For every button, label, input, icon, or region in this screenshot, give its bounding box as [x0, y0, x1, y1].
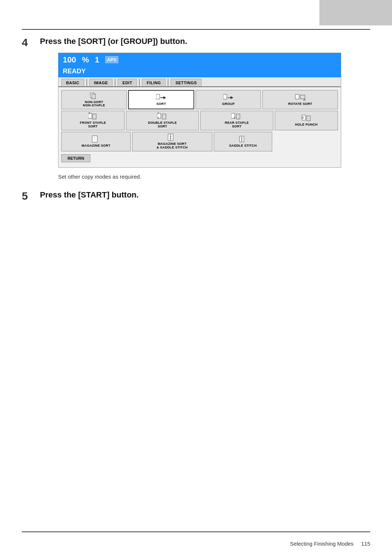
- double-staple-icon: [157, 113, 168, 121]
- btn-rotate-sort-label: ROTATE SORT: [288, 102, 312, 106]
- svg-rect-14: [157, 113, 161, 118]
- btn-sort-label: SORT: [156, 102, 166, 106]
- btn-magazine-saddle[interactable]: MAGAZINE SORT& SADDLE STITCH: [132, 132, 212, 151]
- tab-filing[interactable]: FILING: [142, 79, 166, 86]
- btn-hole-punch[interactable]: HOLE PUNCH: [275, 111, 338, 130]
- svg-rect-20: [236, 114, 240, 119]
- status-aps: APS: [105, 56, 119, 63]
- btn-row3-spacer: [274, 132, 338, 151]
- footer-text: Selecting Finishing Modes: [290, 541, 354, 547]
- status-ready-bar: READY: [58, 67, 341, 77]
- svg-rect-5: [223, 94, 227, 99]
- tab-settings[interactable]: SETTINGS: [171, 79, 201, 86]
- step-5-number: 5: [22, 191, 40, 201]
- magazine-sort-icon: [92, 135, 101, 143]
- footer-page: 115: [361, 541, 370, 547]
- main-content: 4 Press the [SORT] (or [GROUP]) button. …: [22, 36, 370, 201]
- step-4: 4 Press the [SORT] (or [GROUP]) button. …: [22, 36, 370, 180]
- btn-rear-staple-label: REAR STAPLESORT: [225, 121, 249, 129]
- tab-sep-3: [139, 79, 140, 86]
- group-icon: [223, 94, 233, 102]
- tab-sep-4: [168, 79, 168, 86]
- button-row-2: FRONT STAPLESORT: [61, 111, 338, 130]
- rotate-sort-icon: ↺: [295, 94, 305, 102]
- tab-edit[interactable]: EDIT: [118, 79, 137, 86]
- top-rule: [22, 29, 370, 30]
- status-percent: 100: [63, 55, 76, 65]
- return-button[interactable]: RETURN: [61, 154, 90, 162]
- btn-magazine-saddle-label: MAGAZINE SORT& SADDLE STITCH: [157, 142, 188, 150]
- button-area: NON-SORTNON-STAPLE SORT: [58, 87, 341, 167]
- magazine-saddle-icon: [168, 134, 176, 142]
- svg-rect-23: [307, 116, 310, 121]
- tab-basic[interactable]: BASIC: [61, 79, 84, 86]
- saddle-stitch-icon: [239, 135, 246, 143]
- svg-rect-13: [93, 114, 96, 119]
- svg-rect-16: [158, 117, 159, 118]
- svg-rect-15: [158, 113, 159, 114]
- svg-marker-4: [163, 96, 166, 99]
- btn-non-sort[interactable]: NON-SORTNON-STAPLE: [61, 90, 127, 110]
- btn-magazine-sort-label: MAGAZINE SORT: [82, 144, 110, 148]
- btn-hole-punch-label: HOLE PUNCH: [295, 123, 318, 127]
- button-row-1: NON-SORTNON-STAPLE SORT: [61, 90, 338, 110]
- svg-rect-11: [88, 113, 92, 118]
- btn-double-staple[interactable]: DOUBLE STAPLESORT: [126, 111, 199, 130]
- svg-rect-2: [156, 94, 160, 99]
- tab-bar: BASIC IMAGE EDIT FILING SETTINGS: [58, 77, 341, 87]
- tab-image[interactable]: IMAGE: [89, 79, 113, 86]
- rear-staple-icon: [231, 113, 242, 121]
- btn-sort[interactable]: SORT: [128, 90, 194, 110]
- step-4-number: 4: [22, 37, 40, 48]
- btn-saddle-stitch[interactable]: SADDLE STITCH: [214, 132, 273, 151]
- svg-rect-1: [92, 94, 95, 99]
- status-bar: 100 % 1 APS: [58, 53, 341, 67]
- svg-rect-12: [89, 113, 90, 114]
- svg-rect-21: [302, 115, 306, 120]
- step-4-desc: Set other copy modes as required.: [58, 174, 341, 180]
- status-percent-sign: %: [82, 55, 89, 65]
- btn-front-staple-label: FRONT STAPLESORT: [80, 121, 106, 129]
- svg-marker-7: [230, 96, 233, 99]
- non-sort-icon: [90, 92, 98, 100]
- svg-text:↺: ↺: [303, 98, 305, 102]
- step-5-title: Press the [START] button.: [40, 190, 139, 200]
- tab-sep-2: [115, 79, 115, 86]
- step-5: 5 Press the [START] button.: [22, 190, 370, 201]
- return-row: RETURN: [61, 153, 338, 164]
- hole-punch-icon: [302, 114, 311, 122]
- tab-sep-1: [86, 79, 87, 86]
- status-num: 1: [95, 55, 99, 65]
- footer: Selecting Finishing Modes 115: [290, 541, 370, 547]
- btn-non-sort-label: NON-SORTNON-STAPLE: [83, 101, 105, 108]
- status-ready: READY: [63, 68, 86, 75]
- ui-panel: 100 % 1 APS READY BASIC IMAGE EDIT FILIN…: [58, 53, 341, 168]
- svg-rect-19: [234, 117, 235, 118]
- btn-magazine-sort[interactable]: MAGAZINE SORT: [61, 132, 131, 151]
- front-staple-icon: [88, 113, 98, 121]
- btn-group-label: GROUP: [222, 102, 235, 106]
- btn-saddle-stitch-label: SADDLE STITCH: [229, 144, 257, 148]
- btn-group[interactable]: GROUP: [196, 90, 261, 110]
- sort-icon: [156, 94, 166, 102]
- btn-rear-staple[interactable]: REAR STAPLESORT: [200, 111, 273, 130]
- btn-front-staple[interactable]: FRONT STAPLESORT: [61, 111, 124, 130]
- top-decorative-bar: [319, 0, 392, 25]
- button-row-3: MAGAZINE SORT: [61, 132, 338, 151]
- step-4-title: Press the [SORT] (or [GROUP]) button.: [40, 36, 341, 47]
- btn-rotate-sort[interactable]: ↺ ROTATE SORT: [262, 90, 338, 110]
- btn-double-staple-label: DOUBLE STAPLESORT: [148, 121, 177, 129]
- svg-rect-8: [295, 94, 299, 99]
- svg-rect-17: [162, 114, 166, 119]
- bottom-rule: [22, 531, 370, 532]
